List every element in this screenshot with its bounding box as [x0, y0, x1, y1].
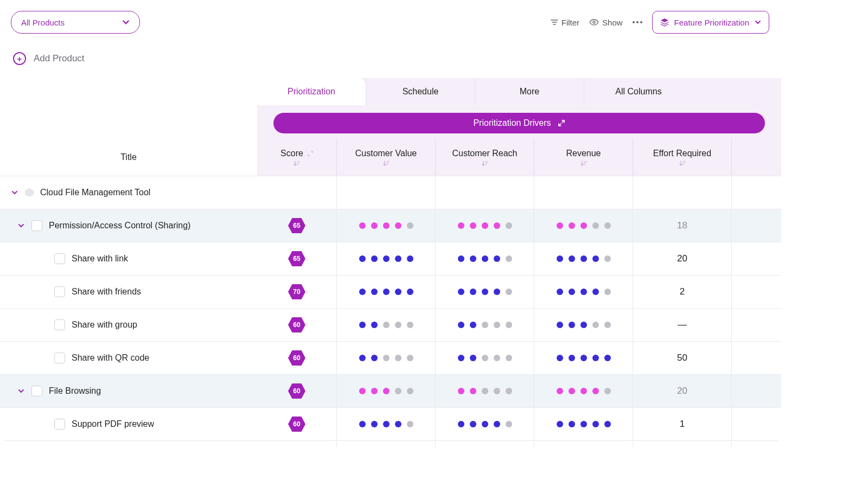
rating-dots[interactable] — [534, 209, 633, 242]
rating-dots[interactable] — [435, 275, 534, 308]
rating-dots[interactable] — [534, 407, 633, 440]
dot-icon — [580, 255, 587, 262]
row-title[interactable]: Share with QR code — [0, 341, 257, 374]
rating-dots[interactable] — [534, 440, 633, 447]
dot-icon — [494, 322, 500, 328]
score-cell: 60 — [257, 374, 336, 407]
dot-icon — [604, 222, 611, 229]
row-checkbox[interactable] — [54, 419, 65, 430]
effort-cell[interactable] — [633, 176, 731, 209]
rating-dots[interactable] — [435, 308, 534, 341]
row-checkbox[interactable] — [54, 253, 65, 264]
more-menu[interactable] — [633, 21, 642, 23]
row-title[interactable]: Share with group — [0, 308, 257, 341]
dot-icon — [395, 322, 401, 328]
dot-icon — [407, 255, 413, 262]
chevron-down-icon[interactable] — [17, 387, 25, 395]
dot-icon — [482, 255, 488, 262]
plus-circle-icon: + — [13, 52, 26, 65]
rating-dots[interactable] — [336, 275, 435, 308]
view-selector[interactable]: Feature Prioritization — [652, 11, 769, 34]
effort-cell[interactable]: 20 — [633, 374, 731, 407]
rating-dots[interactable] — [336, 407, 435, 440]
effort-cell[interactable]: 50 — [633, 341, 731, 374]
dot-icon — [494, 289, 500, 295]
rating-dots[interactable] — [534, 242, 633, 275]
row-title-text: Cloud File Management Tool — [40, 188, 150, 197]
column-header-effort[interactable]: Effort Required — [633, 139, 731, 176]
row-checkbox[interactable] — [54, 286, 65, 297]
rating-dots[interactable] — [336, 374, 435, 407]
row-checkbox[interactable] — [54, 353, 65, 363]
dot-icon — [580, 388, 587, 394]
effort-cell[interactable]: 1 — [633, 440, 731, 447]
column-header-customer-reach[interactable]: Customer Reach — [435, 139, 534, 176]
chevron-down-icon[interactable] — [17, 222, 25, 229]
rating-dots[interactable] — [336, 440, 435, 447]
dot-icon — [458, 322, 464, 328]
column-header-revenue[interactable]: Revenue — [534, 139, 633, 176]
rating-dots[interactable] — [435, 242, 534, 275]
dot-icon — [482, 355, 488, 361]
tab-prioritization[interactable]: Prioritization — [257, 78, 366, 105]
show-button[interactable]: Show — [589, 18, 623, 27]
row-title[interactable]: Share with friends — [0, 275, 257, 308]
rating-dots[interactable] — [435, 341, 534, 374]
row-checkbox[interactable] — [31, 386, 42, 396]
rating-dots[interactable] — [336, 242, 435, 275]
row-title[interactable]: File Browsing — [0, 374, 257, 407]
row-spacer — [731, 275, 781, 308]
column-header-title[interactable]: Title — [0, 139, 257, 176]
effort-cell[interactable]: 18 — [633, 209, 731, 242]
row-title[interactable]: Cloud File Management Tool — [0, 176, 257, 209]
dot-icon — [383, 289, 390, 295]
rating-dots[interactable] — [534, 341, 633, 374]
dot-icon — [407, 421, 413, 427]
row-checkbox[interactable] — [54, 319, 65, 330]
effort-cell[interactable]: 2 — [633, 275, 731, 308]
rating-dots[interactable] — [336, 308, 435, 341]
column-header-score[interactable]: Score — [257, 139, 336, 176]
rating-dots[interactable] — [534, 374, 633, 407]
score-cell — [257, 176, 336, 209]
effort-cell[interactable]: — — [633, 308, 731, 341]
expand-icon — [308, 151, 313, 156]
row-title[interactable]: Support PDF preview — [0, 407, 257, 440]
dot-icon — [482, 222, 488, 229]
rating-dots[interactable] — [435, 407, 534, 440]
prioritization-drivers-button[interactable]: Prioritization Drivers — [273, 113, 765, 133]
rating-dots[interactable] — [336, 341, 435, 374]
dot-icon — [383, 255, 390, 262]
score-cell: 79 — [257, 440, 336, 447]
add-product-button[interactable]: + Add Product — [0, 34, 781, 78]
dot-icon — [604, 289, 611, 295]
product-selector[interactable]: All Products — [11, 11, 140, 34]
rating-dots[interactable] — [534, 275, 633, 308]
dot-icon — [580, 322, 587, 328]
row-title[interactable]: Share with link — [0, 242, 257, 275]
dot-icon — [604, 421, 611, 427]
chevron-down-icon[interactable] — [11, 189, 18, 196]
filter-button[interactable]: Filter — [551, 18, 579, 27]
drivers-label: Prioritization Drivers — [473, 118, 551, 128]
row-title[interactable]: Permission/Access Control (Sharing) — [0, 209, 257, 242]
eye-icon — [589, 18, 599, 26]
dot-icon — [359, 355, 366, 361]
show-label: Show — [602, 18, 623, 27]
rating-dots[interactable] — [336, 209, 435, 242]
tab-all-columns[interactable]: All Columns — [584, 78, 693, 105]
dot-icon — [395, 255, 401, 262]
rating-dots[interactable] — [435, 374, 534, 407]
rating-dots[interactable] — [435, 209, 534, 242]
rating-dots[interactable] — [534, 308, 633, 341]
column-header-customer-value[interactable]: Customer Value — [336, 139, 435, 176]
tab-schedule[interactable]: Schedule — [366, 78, 475, 105]
row-title[interactable]: Support PDF preview — [0, 440, 257, 447]
score-badge: 60 — [288, 317, 306, 333]
rating-dots[interactable] — [435, 440, 534, 447]
effort-cell[interactable]: 20 — [633, 242, 731, 275]
row-checkbox[interactable] — [31, 220, 42, 231]
dot-icon — [580, 222, 587, 229]
tab-more[interactable]: More — [475, 78, 584, 105]
effort-cell[interactable]: 1 — [633, 407, 731, 440]
